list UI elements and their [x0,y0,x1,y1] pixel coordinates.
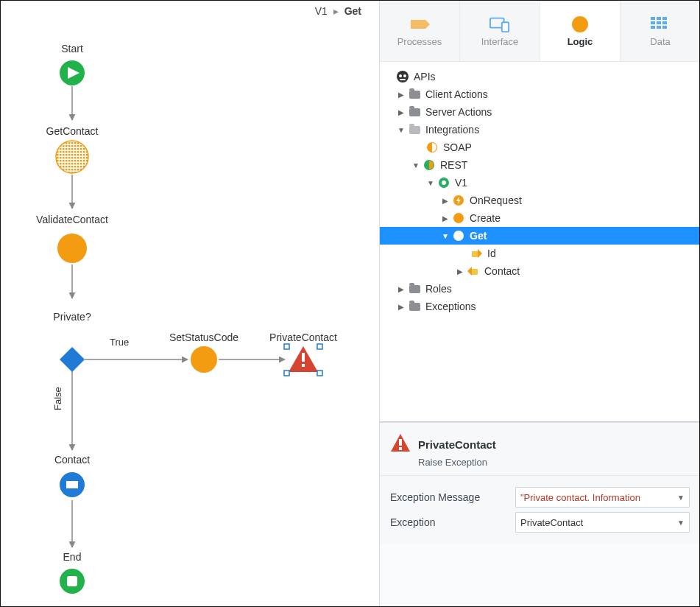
getcontact-node[interactable] [56,141,88,173]
tree-exceptions[interactable]: ▶ Exceptions [380,298,700,315]
tree-get[interactable]: ▼ Get [380,227,700,245]
svg-rect-14 [66,486,78,488]
prop-value-text: PrivateContact [520,517,583,528]
prop-value-exception[interactable]: PrivateContact ▼ [515,512,690,533]
decision-node[interactable] [60,347,85,372]
validatecontact-node[interactable] [57,234,87,263]
tree-roles[interactable]: ▶ Roles [380,280,700,298]
apis-icon [396,70,409,83]
svg-rect-19 [657,17,661,20]
properties-title: PrivateContact [418,438,496,451]
svg-point-37 [453,231,464,241]
tree-v1[interactable]: ▼ V1 [380,174,700,192]
chevron-right-icon[interactable]: ▶ [440,214,450,222]
svg-rect-20 [662,17,667,20]
selection-handle[interactable] [317,371,322,376]
node-label-privatecontact: PrivateContact [269,331,337,343]
processes-icon [409,15,430,33]
node-label-private: Private? [53,311,91,323]
tree-server-actions[interactable]: ▶ Server Actions [380,103,700,121]
selection-handle[interactable] [317,344,322,349]
edge-label-false: False [52,387,63,410]
rest-icon [423,158,436,172]
action-icon [452,229,465,242]
action-icon [452,211,465,225]
dropdown-caret-icon[interactable]: ▼ [673,494,685,502]
chevron-down-icon[interactable]: ▼ [440,232,450,240]
tab-logic[interactable]: Logic [540,1,621,61]
tree-soap[interactable]: ▶ SOAP [380,138,700,156]
svg-rect-26 [662,26,667,29]
setstatuscode-node[interactable] [191,346,217,373]
tree-root-apis[interactable]: ▶ APIs [380,68,700,85]
node-label-start: Start [61,43,83,55]
tab-label: Interface [481,36,519,47]
svg-rect-23 [662,21,667,24]
chevron-down-icon[interactable]: ▼ [411,161,421,169]
tree-id[interactable]: ▶ Id [380,245,700,262]
tree-label: Server Actions [425,106,492,118]
prop-label-exception-message: Exception Message [390,491,515,503]
logic-icon [570,15,590,33]
svg-rect-30 [400,79,406,80]
selection-handle[interactable] [284,344,289,349]
tree-rest[interactable]: ▼ REST [380,156,700,174]
prop-value-exception-message[interactable]: "Private contact. Information ▼ [515,487,690,508]
svg-point-36 [453,213,464,223]
node-label-validatecontact: ValidateContact [36,214,108,225]
tab-interface[interactable]: Interface [460,1,540,61]
svg-point-27 [397,71,409,83]
folder-open-icon [408,123,421,136]
tree-label: Exceptions [425,301,475,312]
tree-integrations[interactable]: ▼ Integrations [380,121,700,138]
node-label-setstatuscode: SetStatusCode [169,331,238,343]
chevron-right-icon[interactable]: ▶ [396,91,406,99]
svg-rect-25 [657,26,661,29]
chevron-down-icon[interactable]: ▼ [396,126,406,134]
soap-icon [425,141,439,154]
dropdown-caret-icon[interactable]: ▼ [673,519,685,527]
tree-client-actions[interactable]: ▶ Client Actions [380,85,700,103]
tree-label: Get [470,230,487,242]
tab-bar: Processes Interface Logic [380,1,700,62]
chevron-right-icon[interactable]: ▶ [396,108,406,116]
node-label-contact: Contact [54,454,90,466]
svg-rect-16 [502,22,509,32]
svg-rect-18 [651,17,655,20]
chevron-right-icon[interactable]: ▶ [440,197,450,205]
chevron-down-icon[interactable]: ▼ [425,179,436,187]
tab-data[interactable]: Data [621,1,700,61]
folder-icon [408,300,421,313]
properties-body: Exception Message "Private contact. Info… [380,476,700,544]
tree-onrequest[interactable]: ▶ OnRequest [380,192,700,209]
tree-label: Contact [484,265,520,277]
selection-handle[interactable] [284,371,289,376]
svg-rect-11 [66,483,78,486]
folder-icon [408,88,421,101]
svg-rect-13 [66,481,78,483]
svg-rect-9 [302,353,305,362]
chevron-right-icon[interactable]: ▶ [455,267,465,276]
stop-icon [67,576,77,586]
tree-label: Client Actions [425,88,488,100]
tree-create[interactable]: ▶ Create [380,209,700,227]
flow-canvas[interactable]: V1 ▸ Get True [1,1,379,606]
tree-label: OnRequest [470,194,522,206]
interface-icon [489,15,510,33]
tab-processes[interactable]: Processes [380,1,460,61]
tree-label: Id [487,248,496,259]
tree-contact[interactable]: ▶ Contact [380,262,700,280]
prop-value-text: "Private contact. Information [520,492,640,503]
svg-point-34 [442,180,446,185]
input-param-icon [470,247,483,260]
tab-label: Data [650,36,670,47]
folder-icon [408,105,421,119]
tree-label: Create [470,212,501,224]
svg-point-28 [399,74,402,77]
node-label-getcontact: GetContact [46,125,99,137]
edge-label-true: True [110,337,129,348]
chevron-right-icon[interactable]: ▶ [396,285,406,293]
tree-label: SOAP [443,141,472,153]
chevron-right-icon[interactable]: ▶ [396,303,406,311]
tree-panel[interactable]: ▶ APIs ▶ Client Actions ▶ Server Actions… [380,62,700,421]
